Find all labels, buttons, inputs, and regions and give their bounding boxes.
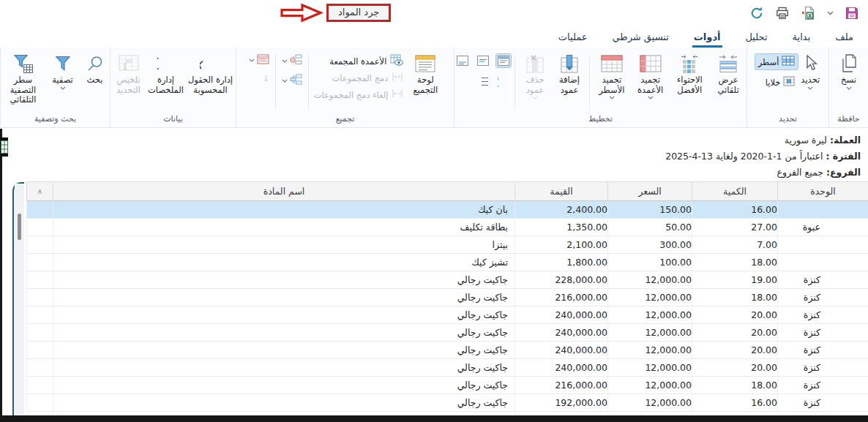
calculated-fields-button[interactable]: fx إدارة الحقول المحسوبة [187,51,235,95]
align-middle-button[interactable] [475,53,491,68]
search-button[interactable]: بحث [81,51,110,86]
chevron-down-icon [60,86,66,90]
auto-filter-row-button[interactable]: سطر التصفية التلقائي [1,51,45,105]
numbered-list-button[interactable]: 123 [475,73,491,89]
group-summary-table-button[interactable] [249,54,269,67]
cell-unit: كنزة [777,394,868,411]
grouped-columns-button[interactable]: الأعمدة المجمعة [312,53,406,69]
column-header-price[interactable]: السعر [607,182,692,200]
table-row[interactable]: كنزة 20.00 12,000.00 240,000.00 جاكيت رج… [26,359,868,377]
ribbon-group-selection: تحديد أسطر خلايا تحديد [747,48,828,127]
chevron-down-icon [532,96,538,99]
cell-quantity: 27.00 [692,219,777,236]
column-header-material-name[interactable]: اسم المادة [53,182,515,200]
save-icon [845,6,859,20]
best-fit-button[interactable]: الاحتواء الأفضل [670,51,709,95]
tab-conditional-formatting[interactable]: تنسيق شرطي [610,29,670,48]
freeze-rows-button[interactable]: تجميد الأسطر [593,51,631,99]
save-button[interactable] [845,6,859,20]
report-info: العملة: ليرة سورية الفترة : اعتباراً من … [0,128,868,181]
summarize-selection-icon: Σ [118,53,140,75]
table-row[interactable]: كنزة 18.00 12,000.00 216,000.00 جاكيت رج… [26,377,868,394]
tab-tools[interactable]: أدوات [692,29,722,48]
cell-unit: كنزة [777,289,868,306]
docked-panel-tab[interactable] [0,137,8,157]
table-row[interactable]: 18.00 100.00 1,800.00 تشيز كيك [26,254,868,271]
collapse-groups-button[interactable] [282,54,302,67]
filter-button[interactable]: تصفية [46,51,80,90]
cell-value: 2,100.00 [515,236,607,253]
export-excel-button[interactable]: X [801,6,816,20]
tab-home[interactable]: بداية [791,29,812,48]
refresh-icon [749,6,764,20]
table-row[interactable]: كنزة 19.00 12,000.00 228,000.00 جاكيت رج… [26,271,868,289]
group-tree-button[interactable] [282,74,302,87]
text-case-button[interactable]: ABҰA [495,73,512,89]
copy-button[interactable]: نسخ [838,51,860,90]
svg-text:Σ: Σ [122,63,127,71]
add-column-button[interactable]: إضافة عمود [553,51,586,95]
table-row[interactable]: كنزة 16.00 12,000.00 192,000.00 جاكيت رج… [26,394,868,412]
cell-price: 12,000.00 [607,359,692,376]
cell-material-name: جاكيت رجالي [53,359,515,376]
select-button[interactable]: تحديد [799,51,821,90]
column-header-unit[interactable]: الوحدة [777,182,868,200]
align-bottom-button[interactable] [454,53,471,68]
chevron-down-icon [282,79,288,83]
cell-material-name: جاكيت رجالي [53,342,515,358]
summarize-selection-button[interactable]: Σ تلخيص التحديد [112,51,146,95]
more-actions-button[interactable] [827,11,834,15]
table-row[interactable]: كنزة 20.00 12,000.00 240,000.00 جاكيت رج… [26,306,868,324]
column-header-value[interactable]: القيمة [515,182,607,200]
cell-price: 150.00 [607,201,692,218]
freeze-columns-icon [640,53,662,75]
cell-indicator [26,201,53,218]
freeze-columns-button[interactable]: تجميد الأعمدة [632,51,670,99]
cell-quantity: 7.00 [692,236,777,253]
auto-width-button[interactable]: عرض تلقائي [710,51,747,95]
cell-material-name: تشيز كيك [53,254,515,271]
rows-mode-button[interactable]: أسطر [755,53,799,70]
cell-material-name: جاكيت رجالي [53,324,515,341]
scrollbar-thumb[interactable] [18,214,21,240]
grid-header-row: الوحدة الكمية السعر القيمة اسم المادة ∧ [26,181,868,201]
merge-groups-button[interactable]: دمج المجموعات [312,69,406,86]
table-row[interactable]: عبوة 27.00 50.00 1,350.00 بطاقة تكليف [26,219,868,236]
filter-icon [53,53,72,75]
table-row[interactable]: كنزة 18.00 12,000.00 216,000.00 جاكيت رج… [26,289,868,306]
align-top-button[interactable] [495,53,512,68]
column-header-indicator[interactable]: ∧ [26,182,53,200]
manage-summaries-button[interactable]: Σ إدارة الملخصات [146,51,186,95]
cell-indicator [26,236,53,253]
summary-table-icon [257,54,269,67]
text-case-icon: ABҰA [498,75,509,87]
table-row[interactable]: كنزة 20.00 12,000.00 240,000.00 جاكيت رج… [26,324,868,342]
cell-quantity: 18.00 [692,289,777,306]
cell-quantity: 18.00 [692,377,777,393]
cells-mode-button[interactable]: خلايا [755,74,799,91]
export-excel-icon: X [801,6,816,20]
sort-ascending-icon: ∧ [37,187,42,195]
table-row[interactable]: 7.00 300.00 2,100.00 بيتزا [26,236,868,254]
refresh-button[interactable] [749,6,764,20]
cell-price: 12,000.00 [607,289,692,306]
column-header-quantity[interactable]: الكمية [692,182,777,200]
unmerge-groups-button[interactable]: إلغاء دمج المجموعات [312,86,406,103]
print-button[interactable] [775,6,790,20]
cell-quantity: 20.00 [692,342,777,358]
group-label-clipboard: حافظة [829,113,868,127]
sort-summary-button[interactable]: Σ [249,73,269,86]
tab-analysis[interactable]: تحليل [744,29,769,48]
table-row[interactable]: 16.00 150.00 2,400.00 بان كيك [26,201,868,219]
delete-column-button[interactable]: حذف عمود [518,51,552,99]
tab-file[interactable]: ملف [834,29,855,48]
svg-text:3: 3 [477,83,478,88]
chevron-down-icon [648,96,654,99]
group-label-search-filter: بحث وتصفية [1,113,110,127]
grouping-panel-button[interactable]: لوحة التجميع [406,51,444,95]
tab-operations[interactable]: عمليات [557,29,589,48]
table-row[interactable]: كنزة 20.00 12,000.00 240,000.00 جاكيت رج… [26,342,868,359]
chevron-down-icon [846,86,852,90]
cell-value: 228,000.00 [515,271,607,288]
annotation-callout: جرد المواد [280,3,391,23]
